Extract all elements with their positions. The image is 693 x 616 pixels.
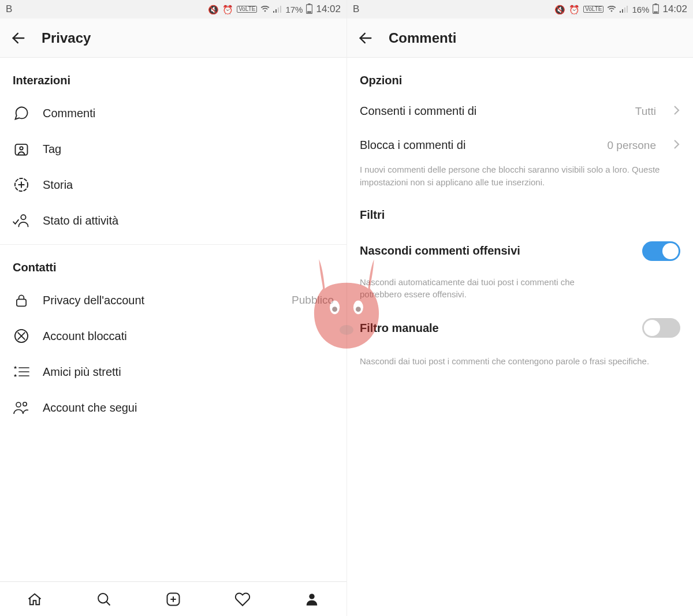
- clock: 14:02: [316, 3, 341, 15]
- nav-home[interactable]: [25, 589, 44, 609]
- row-story[interactable]: Storia: [0, 167, 346, 203]
- blocked-icon: [13, 327, 30, 345]
- svg-rect-3: [280, 6, 281, 13]
- privacy-content: Interazioni Commenti Tag Storia: [0, 58, 346, 616]
- mute-icon: 🔇: [554, 5, 565, 14]
- row-allow-value: Tutti: [635, 105, 656, 118]
- row-following-label: Account che segui: [43, 401, 334, 415]
- phone-privacy: B 🔇 ⏰ VoLTE 17% 14:02: [0, 0, 346, 616]
- svg-point-24: [23, 402, 27, 406]
- row-hide-offensive: Nascondi commenti offensivi: [347, 230, 693, 270]
- row-blocked-label: Account bloccati: [43, 330, 334, 343]
- story-icon: [13, 176, 30, 193]
- svg-rect-6: [307, 12, 311, 13]
- svg-rect-34: [627, 6, 628, 13]
- row-blocked[interactable]: Account bloccati: [0, 318, 346, 354]
- signal-icon: [620, 5, 628, 14]
- signal-icon: [273, 5, 282, 14]
- battery-icon: [306, 3, 312, 15]
- page-title: Commenti: [389, 30, 456, 46]
- page-title: Privacy: [42, 30, 91, 46]
- row-following[interactable]: Account che segui: [0, 390, 346, 425]
- svg-point-9: [20, 147, 23, 150]
- nav-activity[interactable]: [233, 589, 252, 609]
- row-comments-label: Commenti: [43, 107, 334, 120]
- svg-rect-36: [655, 3, 657, 5]
- svg-point-13: [21, 215, 25, 219]
- carrier-label: B: [6, 3, 12, 15]
- phone-comments: B 🔇 ⏰ VoLTE 16% 14:02: [346, 0, 693, 616]
- comments-content: Opzioni Consenti i commenti di Tutti Blo…: [347, 58, 693, 616]
- hide-offensive-label: Nascondi commenti offensivi: [360, 244, 629, 257]
- row-tag[interactable]: Tag: [0, 131, 346, 167]
- alarm-icon: ⏰: [569, 5, 580, 14]
- svg-rect-37: [654, 12, 658, 13]
- close-friends-icon: [13, 363, 30, 380]
- section-filters: Filtri: [347, 200, 693, 230]
- svg-rect-31: [620, 11, 621, 13]
- bottom-nav: [0, 581, 346, 616]
- manual-filter-toggle[interactable]: [642, 318, 680, 338]
- chevron-right-icon: [673, 139, 680, 152]
- svg-rect-33: [624, 8, 625, 13]
- manual-filter-helper: Nascondi dai tuoi post i commenti che co…: [347, 347, 693, 379]
- svg-rect-14: [17, 299, 26, 306]
- row-account-privacy-label: Privacy dell'account: [43, 294, 279, 307]
- comment-icon: [13, 104, 30, 122]
- lock-icon: [13, 292, 30, 309]
- block-helper: I nuovi commenti delle persone che blocc…: [347, 161, 693, 200]
- volte-icon: VoLTE: [583, 6, 603, 13]
- back-button[interactable]: [357, 30, 374, 46]
- row-tag-label: Tag: [43, 143, 334, 156]
- chevron-right-icon: [673, 105, 680, 118]
- manual-filter-label: Filtro manuale: [360, 322, 629, 335]
- following-icon: [13, 399, 30, 416]
- row-story-label: Storia: [43, 178, 334, 192]
- battery-icon: [653, 3, 659, 15]
- svg-marker-21: [14, 366, 17, 369]
- status-right: 🔇 ⏰ VoLTE 17% 14:02: [208, 3, 341, 15]
- row-activity-label: Stato di attività: [43, 214, 334, 227]
- svg-rect-2: [278, 8, 279, 13]
- svg-rect-1: [275, 9, 277, 13]
- row-account-privacy[interactable]: Privacy dell'account Pubblico: [0, 282, 346, 318]
- row-close-friends[interactable]: Amici più stretti: [0, 354, 346, 390]
- activity-icon: [13, 212, 30, 229]
- section-interactions: Interazioni: [0, 58, 346, 95]
- battery-percent: 17%: [285, 5, 303, 14]
- svg-rect-5: [308, 3, 311, 5]
- row-allow-comments[interactable]: Consenti i commenti di Tutti: [347, 95, 693, 127]
- status-bar: B 🔇 ⏰ VoLTE 17% 14:02: [0, 0, 346, 18]
- row-manual-filter: Filtro manuale: [347, 312, 693, 347]
- svg-marker-22: [14, 374, 17, 377]
- section-options: Opzioni: [347, 58, 693, 95]
- row-block-label: Blocca i commenti di: [360, 139, 594, 152]
- carrier-label: B: [353, 3, 359, 15]
- nav-search[interactable]: [94, 589, 114, 609]
- row-account-privacy-value: Pubblico: [292, 294, 334, 307]
- svg-point-25: [98, 593, 107, 603]
- svg-rect-32: [622, 9, 623, 13]
- row-allow-label: Consenti i commenti di: [360, 104, 623, 118]
- clock: 14:02: [662, 3, 687, 15]
- nav-profile[interactable]: [302, 589, 322, 609]
- wifi-icon: [607, 5, 616, 14]
- wifi-icon: [260, 5, 270, 14]
- alarm-icon: ⏰: [222, 5, 233, 14]
- hide-offensive-toggle[interactable]: [642, 241, 680, 261]
- svg-line-26: [106, 602, 110, 605]
- mute-icon: 🔇: [208, 5, 219, 14]
- row-close-friends-label: Amici più stretti: [43, 365, 334, 379]
- hide-offensive-helper: Nascondi automaticamente dai tuoi post i…: [347, 270, 613, 313]
- row-comments[interactable]: Commenti: [0, 95, 346, 131]
- svg-point-30: [309, 593, 314, 599]
- row-block-comments[interactable]: Blocca i commenti di 0 persone: [347, 127, 693, 161]
- row-block-value: 0 persone: [607, 139, 656, 152]
- app-bar: Privacy: [0, 18, 346, 58]
- nav-create[interactable]: [163, 589, 183, 609]
- back-button[interactable]: [10, 30, 27, 46]
- svg-rect-0: [273, 11, 274, 13]
- tag-icon: [13, 140, 30, 158]
- row-activity-status[interactable]: Stato di attività: [0, 203, 346, 238]
- svg-point-23: [16, 402, 21, 407]
